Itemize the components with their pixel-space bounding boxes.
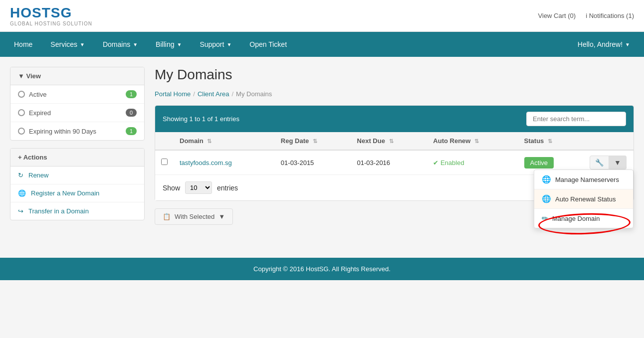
sidebar: ▼ View Active 1 Expired 0 Expiring withi… [10, 67, 145, 228]
logo-sub: GLOBAL HOSTING SOLUTION [10, 21, 92, 26]
th-actions [584, 132, 634, 150]
sidebar-badge-expiring: 1 [126, 127, 137, 135]
sidebar-item-active[interactable]: Active 1 [10, 85, 144, 104]
breadcrumb-sep-2: / [231, 90, 233, 98]
nav-user[interactable]: Hello, Andrew! ▼ [569, 32, 639, 57]
logo-text: HOSTSG [10, 5, 92, 21]
th-checkbox [155, 132, 174, 150]
th-status[interactable]: Status ⇅ [518, 132, 584, 150]
domains-table-card: Showing 1 to 1 of 1 entries Domain ⇅ Reg… [155, 105, 634, 201]
breadcrumb-client-area[interactable]: Client Area [198, 90, 229, 98]
row-domain-cell: tastyfoods.com.sg [174, 150, 275, 174]
nav-support[interactable]: Support ▼ [191, 32, 240, 57]
footer: Copyright © 2016 HostSG. All Rights Rese… [0, 258, 644, 280]
status-badge: Active [524, 157, 554, 169]
billing-dropdown-arrow: ▼ [177, 42, 182, 47]
manage-domain-icon: ✏ [542, 214, 548, 223]
logo: HOSTSG GLOBAL HOSTING SOLUTION [10, 5, 92, 26]
top-links: View Cart (0) i Notifications (1) [538, 12, 634, 19]
table-header-bar: Showing 1 to 1 of 1 entries [155, 106, 634, 132]
sidebar-action-renew[interactable]: ↻ Renew [10, 167, 144, 184]
dropdown-item-nameservers-label: Manage Nameservers [555, 176, 619, 183]
domains-dropdown-arrow: ▼ [133, 42, 138, 47]
sidebar-item-expiring-label: Expiring within 90 Days [29, 128, 122, 135]
nameservers-icon: 🌐 [542, 175, 551, 184]
cart-link[interactable]: View Cart (0) [538, 12, 576, 19]
domains-table: Domain ⇅ Reg Date ⇅ Next Due ⇅ Auto Rene… [155, 132, 634, 174]
dropdown-item-nameservers[interactable]: 🌐 Manage Nameservers [534, 170, 633, 189]
footer-text: Copyright © 2016 HostSG. All Rights Rese… [253, 265, 391, 273]
filter-icon: ▼ [18, 72, 24, 80]
plus-icon: + [18, 154, 22, 161]
sidebar-badge-expired: 0 [126, 109, 137, 117]
breadcrumb-my-domains: My Domains [236, 90, 272, 98]
sidebar-actions-section: + Actions ↻ Renew 🌐 Register a New Domai… [10, 148, 145, 220]
showing-text: Showing 1 to 1 of 1 entries [163, 115, 239, 123]
radio-active [18, 91, 25, 98]
row-regdate-cell: 01-03-2015 [275, 150, 351, 174]
nav-billing[interactable]: Billing ▼ [147, 32, 191, 57]
table-row: tastyfoods.com.sg 01-03-2015 01-03-2016 … [155, 150, 634, 174]
with-selected-btn[interactable]: 📋 With Selected ▼ [155, 208, 233, 225]
row-nextdue-cell: 01-03-2016 [351, 150, 428, 174]
entries-suffix: entries [217, 184, 238, 192]
action-dropdown-menu: 🌐 Manage Nameservers 🌐 Auto Renewal Stat… [534, 169, 634, 228]
breadcrumb-portal-home[interactable]: Portal Home [155, 90, 191, 98]
search-input[interactable] [526, 112, 626, 126]
content-area: My Domains Portal Home / Client Area / M… [155, 67, 634, 225]
sort-regdate-icon: ⇅ [313, 138, 317, 144]
show-label: Show [163, 184, 180, 192]
radio-expiring [18, 128, 25, 135]
sort-nextdue-icon: ⇅ [389, 138, 394, 144]
th-regdate[interactable]: Reg Date ⇅ [275, 132, 351, 150]
radio-expired [18, 109, 25, 116]
sidebar-actions-header: + Actions [10, 149, 144, 167]
row-action-cell: 🔧 ▼ 🌐 Manage Nameservers 🌐 [584, 150, 634, 174]
top-bar: HOSTSG GLOBAL HOSTING SOLUTION View Cart… [0, 0, 644, 32]
action-dropdown-btn[interactable]: ▼ [609, 156, 627, 169]
with-selected-icon: 📋 [163, 213, 171, 220]
sort-status-icon: ⇅ [548, 138, 552, 144]
nav-services[interactable]: Services ▼ [41, 32, 94, 57]
th-domain[interactable]: Domain ⇅ [174, 132, 275, 150]
with-selected-label: With Selected [175, 213, 215, 220]
sidebar-action-register[interactable]: 🌐 Register a New Domain [10, 184, 144, 202]
register-icon: 🌐 [18, 189, 26, 197]
dropdown-item-manage-domain[interactable]: ✏ Manage Domain [534, 209, 633, 228]
renew-icon: ↻ [18, 171, 23, 179]
entries-select[interactable]: 10 25 50 100 [185, 181, 212, 194]
auto-renewal-icon: 🌐 [542, 194, 551, 203]
breadcrumb-sep-1: / [193, 90, 195, 98]
action-btn-group: 🔧 ▼ [590, 156, 628, 169]
nav-home[interactable]: Home [5, 32, 41, 57]
sidebar-view-header: ▼ View [10, 67, 144, 85]
th-autorenew[interactable]: Auto Renew ⇅ [427, 132, 518, 150]
dropdown-item-auto-renewal[interactable]: 🌐 Auto Renewal Status [534, 189, 633, 209]
row-autorenew: ✔ Enabled [433, 159, 464, 167]
domain-link[interactable]: tastyfoods.com.sg [180, 159, 232, 167]
breadcrumb: Portal Home / Client Area / My Domains [155, 90, 634, 98]
table-header-row: Domain ⇅ Reg Date ⇅ Next Due ⇅ Auto Rene… [155, 132, 634, 150]
support-dropdown-arrow: ▼ [226, 42, 231, 47]
services-dropdown-arrow: ▼ [80, 42, 85, 47]
sidebar-view-section: ▼ View Active 1 Expired 0 Expiring withi… [10, 67, 145, 141]
row-checkbox[interactable] [161, 159, 168, 165]
dropdown-item-manage-domain-label: Manage Domain [552, 215, 600, 222]
notifications-link[interactable]: i Notifications (1) [586, 12, 634, 19]
row-regdate: 01-03-2015 [281, 159, 314, 167]
sort-domain-icon: ⇅ [207, 138, 212, 144]
sidebar-item-expired[interactable]: Expired 0 [10, 104, 144, 122]
navbar: Home Services ▼ Domains ▼ Billing ▼ Supp… [0, 32, 644, 57]
sort-autorenew-icon: ⇅ [474, 138, 479, 144]
row-autorenew-cell: ✔ Enabled [427, 150, 518, 174]
sidebar-item-expired-label: Expired [29, 109, 122, 117]
nav-domains[interactable]: Domains ▼ [94, 32, 147, 57]
with-selected-arrow: ▼ [218, 213, 225, 220]
th-nextdue[interactable]: Next Due ⇅ [351, 132, 428, 150]
action-wrench-btn[interactable]: 🔧 [590, 156, 609, 169]
transfer-icon: ↪ [18, 207, 23, 215]
row-checkbox-cell [155, 150, 174, 174]
sidebar-action-transfer[interactable]: ↪ Transfer in a Domain [10, 202, 144, 220]
nav-open-ticket[interactable]: Open Ticket [240, 32, 296, 57]
sidebar-item-expiring[interactable]: Expiring within 90 Days 1 [10, 122, 144, 140]
